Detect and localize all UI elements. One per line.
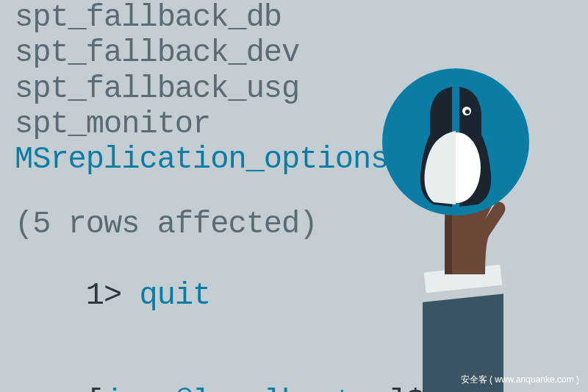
- penguin-illustration: [390, 24, 537, 392]
- linux-disk-icon: [382, 68, 529, 215]
- bracket-open: [: [86, 385, 104, 392]
- quit-command: quit: [139, 278, 210, 313]
- penguin-icon: [382, 68, 529, 215]
- svg-point-2: [465, 110, 470, 114]
- prompt-number: 1>: [86, 278, 121, 313]
- user-host: joey@localhost: [104, 385, 370, 392]
- watermark: 安全客 ( www.anquanke.com ): [461, 374, 579, 386]
